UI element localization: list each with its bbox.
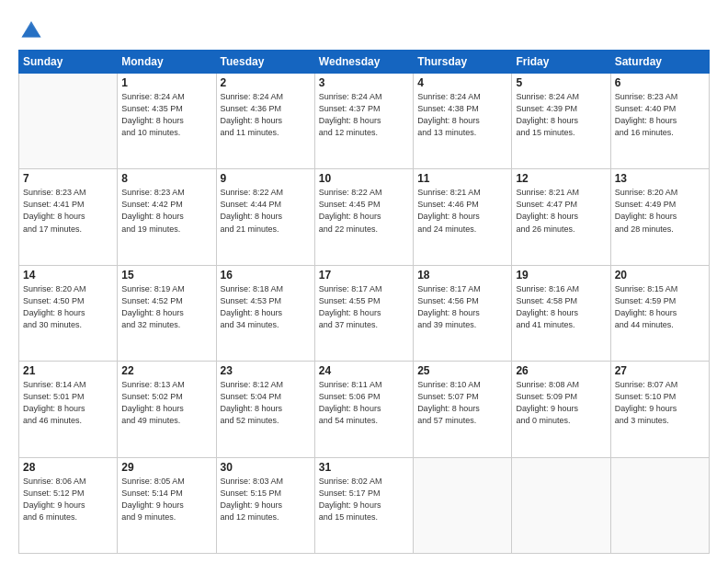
day-number: 6 — [615, 76, 705, 89]
weekday-header-friday: Friday — [512, 51, 610, 74]
day-info: Sunrise: 8:15 AM Sunset: 4:59 PM Dayligh… — [615, 283, 705, 331]
day-info: Sunrise: 8:08 AM Sunset: 5:09 PM Dayligh… — [516, 379, 606, 427]
day-info: Sunrise: 8:24 AM Sunset: 4:35 PM Dayligh… — [121, 91, 211, 139]
calendar-week-4: 28Sunrise: 8:06 AM Sunset: 5:12 PM Dayli… — [19, 457, 710, 553]
day-number: 20 — [615, 269, 705, 282]
day-info: Sunrise: 8:16 AM Sunset: 4:58 PM Dayligh… — [516, 283, 606, 331]
day-number: 30 — [221, 461, 311, 474]
calendar-cell: 8Sunrise: 8:23 AM Sunset: 4:42 PM Daylig… — [118, 169, 216, 265]
weekday-header-wednesday: Wednesday — [314, 51, 413, 74]
calendar-cell: 19Sunrise: 8:16 AM Sunset: 4:58 PM Dayli… — [512, 265, 610, 361]
calendar-cell: 17Sunrise: 8:17 AM Sunset: 4:55 PM Dayli… — [314, 265, 413, 361]
weekday-header-row: SundayMondayTuesdayWednesdayThursdayFrid… — [19, 51, 710, 74]
day-number: 5 — [516, 76, 606, 89]
day-info: Sunrise: 8:07 AM Sunset: 5:10 PM Dayligh… — [615, 379, 705, 427]
day-info: Sunrise: 8:18 AM Sunset: 4:53 PM Dayligh… — [221, 283, 311, 331]
day-info: Sunrise: 8:24 AM Sunset: 4:37 PM Dayligh… — [319, 91, 409, 139]
day-info: Sunrise: 8:10 AM Sunset: 5:07 PM Dayligh… — [417, 379, 507, 427]
day-number: 29 — [121, 461, 211, 474]
calendar-cell — [610, 457, 709, 553]
day-number: 24 — [319, 364, 409, 377]
calendar-cell: 18Sunrise: 8:17 AM Sunset: 4:56 PM Dayli… — [414, 265, 512, 361]
calendar-cell — [512, 457, 610, 553]
weekday-header-tuesday: Tuesday — [216, 51, 314, 74]
day-number: 2 — [221, 76, 311, 89]
calendar-cell: 20Sunrise: 8:15 AM Sunset: 4:59 PM Dayli… — [610, 265, 709, 361]
day-info: Sunrise: 8:24 AM Sunset: 4:39 PM Dayligh… — [516, 91, 606, 139]
day-number: 18 — [417, 269, 507, 282]
calendar-cell: 2Sunrise: 8:24 AM Sunset: 4:36 PM Daylig… — [216, 74, 314, 169]
day-number: 9 — [221, 172, 311, 185]
day-info: Sunrise: 8:14 AM Sunset: 5:01 PM Dayligh… — [23, 379, 113, 427]
calendar-cell: 27Sunrise: 8:07 AM Sunset: 5:10 PM Dayli… — [610, 362, 709, 457]
day-info: Sunrise: 8:23 AM Sunset: 4:41 PM Dayligh… — [23, 187, 113, 235]
day-info: Sunrise: 8:19 AM Sunset: 4:52 PM Dayligh… — [121, 283, 211, 331]
day-number: 10 — [319, 172, 409, 185]
weekday-header-monday: Monday — [118, 51, 216, 74]
calendar-cell: 10Sunrise: 8:22 AM Sunset: 4:45 PM Dayli… — [314, 169, 413, 265]
calendar-cell: 30Sunrise: 8:03 AM Sunset: 5:15 PM Dayli… — [216, 457, 314, 553]
day-info: Sunrise: 8:24 AM Sunset: 4:38 PM Dayligh… — [417, 91, 507, 139]
calendar-cell: 24Sunrise: 8:11 AM Sunset: 5:06 PM Dayli… — [314, 362, 413, 457]
calendar-cell: 16Sunrise: 8:18 AM Sunset: 4:53 PM Dayli… — [216, 265, 314, 361]
page: SundayMondayTuesdayWednesdayThursdayFrid… — [0, 0, 728, 563]
day-info: Sunrise: 8:17 AM Sunset: 4:56 PM Dayligh… — [417, 283, 507, 331]
day-number: 8 — [121, 172, 211, 185]
day-info: Sunrise: 8:23 AM Sunset: 4:42 PM Dayligh… — [121, 187, 211, 235]
calendar-cell: 25Sunrise: 8:10 AM Sunset: 5:07 PM Dayli… — [414, 362, 512, 457]
day-info: Sunrise: 8:03 AM Sunset: 5:15 PM Dayligh… — [221, 476, 311, 523]
day-number: 15 — [121, 269, 211, 282]
day-info: Sunrise: 8:13 AM Sunset: 5:02 PM Dayligh… — [121, 379, 211, 427]
day-number: 19 — [516, 269, 606, 282]
day-info: Sunrise: 8:20 AM Sunset: 4:50 PM Dayligh… — [23, 283, 113, 331]
calendar-cell: 28Sunrise: 8:06 AM Sunset: 5:12 PM Dayli… — [19, 457, 118, 553]
logo — [18, 15, 46, 40]
day-number: 21 — [23, 364, 113, 377]
day-number: 27 — [615, 364, 705, 377]
calendar-cell: 26Sunrise: 8:08 AM Sunset: 5:09 PM Dayli… — [512, 362, 610, 457]
calendar-cell: 5Sunrise: 8:24 AM Sunset: 4:39 PM Daylig… — [512, 74, 610, 169]
day-info: Sunrise: 8:21 AM Sunset: 4:47 PM Dayligh… — [516, 187, 606, 235]
calendar-cell: 4Sunrise: 8:24 AM Sunset: 4:38 PM Daylig… — [414, 74, 512, 169]
day-number: 26 — [516, 364, 606, 377]
day-number: 23 — [221, 364, 311, 377]
calendar-week-2: 14Sunrise: 8:20 AM Sunset: 4:50 PM Dayli… — [19, 265, 710, 361]
day-info: Sunrise: 8:24 AM Sunset: 4:36 PM Dayligh… — [221, 91, 311, 139]
day-info: Sunrise: 8:06 AM Sunset: 5:12 PM Dayligh… — [23, 476, 113, 523]
calendar-cell — [19, 74, 118, 169]
day-info: Sunrise: 8:11 AM Sunset: 5:06 PM Dayligh… — [319, 379, 409, 427]
day-number: 13 — [615, 172, 705, 185]
calendar-cell: 14Sunrise: 8:20 AM Sunset: 4:50 PM Dayli… — [19, 265, 118, 361]
day-number: 12 — [516, 172, 606, 185]
day-number: 14 — [23, 269, 113, 282]
calendar-cell: 7Sunrise: 8:23 AM Sunset: 4:41 PM Daylig… — [19, 169, 118, 265]
calendar-cell: 23Sunrise: 8:12 AM Sunset: 5:04 PM Dayli… — [216, 362, 314, 457]
calendar-cell: 9Sunrise: 8:22 AM Sunset: 4:44 PM Daylig… — [216, 169, 314, 265]
day-number: 25 — [417, 364, 507, 377]
day-info: Sunrise: 8:22 AM Sunset: 4:45 PM Dayligh… — [319, 187, 409, 235]
calendar-cell: 13Sunrise: 8:20 AM Sunset: 4:49 PM Dayli… — [610, 169, 709, 265]
calendar-week-3: 21Sunrise: 8:14 AM Sunset: 5:01 PM Dayli… — [19, 362, 710, 457]
day-info: Sunrise: 8:12 AM Sunset: 5:04 PM Dayligh… — [221, 379, 311, 427]
calendar-cell: 31Sunrise: 8:02 AM Sunset: 5:17 PM Dayli… — [314, 457, 413, 553]
day-number: 28 — [23, 461, 113, 474]
day-number: 22 — [121, 364, 211, 377]
day-info: Sunrise: 8:17 AM Sunset: 4:55 PM Dayligh… — [319, 283, 409, 331]
calendar-cell: 22Sunrise: 8:13 AM Sunset: 5:02 PM Dayli… — [118, 362, 216, 457]
calendar-week-0: 1Sunrise: 8:24 AM Sunset: 4:35 PM Daylig… — [19, 74, 710, 169]
calendar-cell: 21Sunrise: 8:14 AM Sunset: 5:01 PM Dayli… — [19, 362, 118, 457]
day-number: 11 — [417, 172, 507, 185]
svg-marker-1 — [22, 25, 41, 38]
weekday-header-sunday: Sunday — [19, 51, 118, 74]
day-info: Sunrise: 8:22 AM Sunset: 4:44 PM Dayligh… — [221, 187, 311, 235]
weekday-header-saturday: Saturday — [610, 51, 709, 74]
calendar-week-1: 7Sunrise: 8:23 AM Sunset: 4:41 PM Daylig… — [19, 169, 710, 265]
calendar-cell: 6Sunrise: 8:23 AM Sunset: 4:40 PM Daylig… — [610, 74, 709, 169]
day-info: Sunrise: 8:21 AM Sunset: 4:46 PM Dayligh… — [417, 187, 507, 235]
calendar-table: SundayMondayTuesdayWednesdayThursdayFrid… — [18, 50, 710, 554]
calendar-cell: 11Sunrise: 8:21 AM Sunset: 4:46 PM Dayli… — [414, 169, 512, 265]
calendar-cell: 12Sunrise: 8:21 AM Sunset: 4:47 PM Dayli… — [512, 169, 610, 265]
weekday-header-thursday: Thursday — [414, 51, 512, 74]
calendar-cell — [414, 457, 512, 553]
day-number: 31 — [319, 461, 409, 474]
